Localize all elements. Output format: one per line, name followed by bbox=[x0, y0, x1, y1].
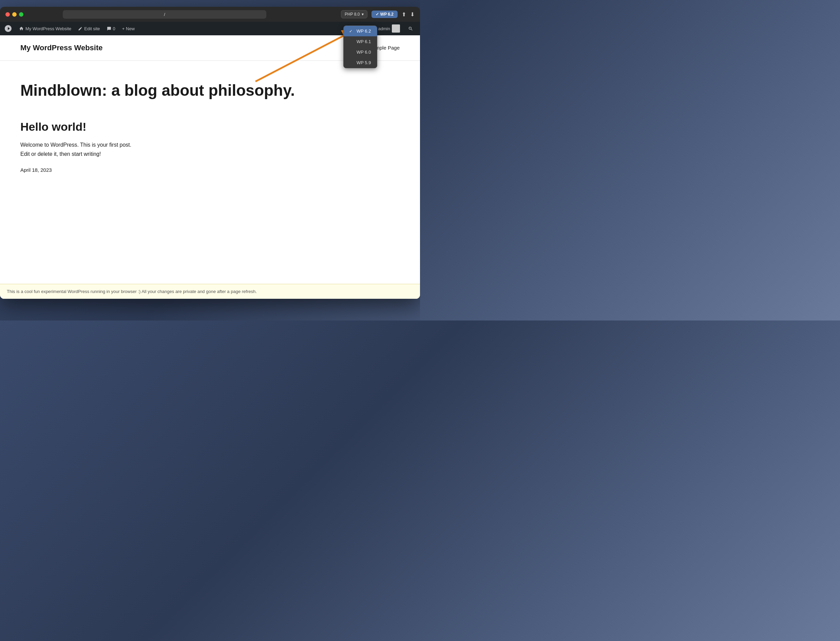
blog-post: Hello world! Welcome to WordPress. This … bbox=[20, 120, 400, 172]
post-content: Welcome to WordPress. This is your first… bbox=[20, 140, 400, 159]
browser-actions: PHP 8.0 ▾ ✓ WP 6.2 ✓ WP 6.2 bbox=[341, 10, 414, 18]
post-date: April 18, 2023 bbox=[20, 167, 400, 173]
edit-site-label: Edit site bbox=[84, 26, 100, 31]
admin-bar-edit-site[interactable]: Edit site bbox=[75, 22, 103, 35]
wp-logo-icon[interactable] bbox=[4, 24, 12, 32]
blog-tagline: Mindblown: a blog about philosophy. bbox=[20, 81, 400, 100]
wp-version-item-60[interactable]: WP 6.0 bbox=[344, 47, 377, 57]
admin-bar-site-name[interactable]: My WordPress Website bbox=[16, 22, 74, 35]
title-bar: / PHP 8.0 ▾ ✓ WP 6.2 ✓ bbox=[0, 7, 420, 22]
footer-notice: This is a cool fun experimental WordPres… bbox=[0, 284, 420, 299]
admin-bar-comments[interactable]: 0 bbox=[104, 22, 118, 35]
wp-version-item-label: WP 6.1 bbox=[357, 39, 371, 44]
check-icon: ✓ bbox=[349, 29, 354, 34]
admin-bar-site-name-label: My WordPress Website bbox=[26, 26, 71, 31]
wp-version-item-61[interactable]: WP 6.1 bbox=[344, 36, 377, 47]
wp-version-menu: ✓ WP 6.2 WP 6.1 WP 6.0 bbox=[343, 26, 377, 68]
wp-version-item-label: WP 6.0 bbox=[357, 50, 371, 55]
admin-bar-new[interactable]: + New bbox=[119, 22, 137, 35]
close-button[interactable] bbox=[5, 12, 10, 17]
post-content-line2: Edit or delete it, then start writing! bbox=[20, 150, 400, 159]
edit-icon bbox=[78, 26, 82, 31]
wp-version-checkmark: ✓ bbox=[376, 12, 380, 17]
admin-bar-right: admin bbox=[376, 22, 416, 35]
admin-bar-search[interactable] bbox=[405, 22, 416, 35]
wp-version-label: WP 6.2 bbox=[380, 12, 393, 17]
comments-count-label: 0 bbox=[113, 26, 116, 31]
wp-version-item-62[interactable]: ✓ WP 6.2 bbox=[344, 26, 377, 36]
traffic-lights bbox=[5, 12, 23, 17]
comments-icon bbox=[107, 26, 111, 31]
new-label: + New bbox=[122, 26, 135, 31]
site-title: My WordPress Website bbox=[20, 43, 103, 52]
home-icon bbox=[19, 26, 24, 31]
wp-version-item-label: WP 6.2 bbox=[357, 29, 371, 34]
php-version-dropdown[interactable]: PHP 8.0 ▾ bbox=[341, 10, 368, 18]
wp-version-item-59[interactable]: WP 5.9 bbox=[344, 57, 377, 68]
admin-label: admin bbox=[378, 26, 390, 31]
maximize-button[interactable] bbox=[19, 12, 23, 17]
upload-icon[interactable]: ⬆ bbox=[402, 11, 406, 18]
search-icon bbox=[408, 26, 413, 31]
admin-bar-admin[interactable]: admin bbox=[376, 22, 403, 35]
url-bar[interactable]: / bbox=[63, 10, 266, 19]
avatar bbox=[392, 24, 400, 32]
website-content: My WordPress Website Sample Page Mindblo… bbox=[0, 35, 420, 299]
download-icon[interactable]: ⬇ bbox=[410, 11, 414, 18]
php-dropdown-caret: ▾ bbox=[361, 12, 364, 17]
wp-version-button[interactable]: ✓ WP 6.2 bbox=[371, 11, 397, 18]
post-content-line1: Welcome to WordPress. This is your first… bbox=[20, 140, 400, 150]
site-main: Mindblown: a blog about philosophy. Hell… bbox=[0, 61, 420, 284]
minimize-button[interactable] bbox=[12, 12, 17, 17]
post-title: Hello world! bbox=[20, 120, 400, 134]
wp-version-item-label: WP 5.9 bbox=[357, 60, 371, 65]
php-version-label: PHP 8.0 bbox=[345, 12, 360, 17]
